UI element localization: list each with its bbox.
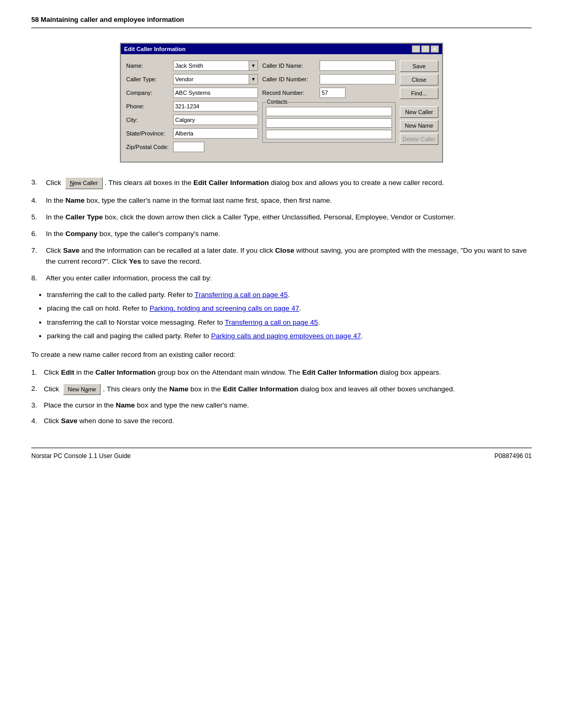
s2-step-2: 2. Click New Name. This clears only the …	[31, 384, 532, 396]
link-parking-paging[interactable]: Parking calls and paging employees on pa…	[211, 332, 361, 340]
s2-step-2-number: 2.	[31, 384, 44, 396]
s2-step-4-text: Click Save when done to save the record.	[44, 416, 532, 426]
dialog-left-column: Name: ▼ Caller Type: ▼	[126, 60, 258, 155]
step-8-number: 8.	[31, 273, 46, 283]
dialog-titlebar: Edit Caller Information _ □ ×	[121, 44, 442, 54]
city-input[interactable]	[173, 115, 258, 125]
record-number-row: Record Number:	[262, 88, 396, 98]
contacts-legend: Contacts	[266, 99, 288, 105]
step-7: 7. Click Save and the information can be…	[31, 245, 532, 267]
page-header: 58 Maintaining caller and employee infor…	[31, 16, 532, 28]
page-header-title: 58 Maintaining caller and employee infor…	[31, 16, 184, 23]
caller-id-name-input[interactable]	[320, 60, 396, 71]
step-7-number: 7.	[31, 245, 46, 267]
bullet-3: transferring the call to Norstar voice m…	[47, 317, 532, 328]
step-8: 8. After you enter caller information, p…	[31, 273, 532, 283]
s2-step-1-number: 1.	[31, 367, 44, 378]
save-button[interactable]: Save	[400, 60, 438, 72]
content-area: 3. Click New Caller. This clears all box…	[31, 177, 532, 427]
phone-input[interactable]	[173, 101, 258, 112]
maximize-button[interactable]: □	[421, 45, 430, 53]
new-name-button[interactable]: New Name	[400, 120, 438, 131]
link-transferring-1[interactable]: Transferring a call on page 45	[194, 291, 288, 299]
s2-step-4: 4. Click Save when done to save the reco…	[31, 416, 532, 426]
contacts-input-3[interactable]	[266, 130, 392, 139]
titlebar-buttons: _ □ ×	[412, 45, 439, 53]
contacts-input-1[interactable]	[266, 107, 392, 116]
caller-id-number-input[interactable]	[320, 74, 396, 84]
find-button[interactable]: Find...	[400, 88, 438, 99]
name-input-group: ▼	[173, 60, 258, 71]
zip-label: Zip/Postal Code:	[126, 144, 173, 150]
company-input[interactable]	[173, 88, 258, 98]
step-3-text: Click New Caller. This clears all boxes …	[46, 177, 532, 189]
caller-id-name-row: Caller ID Name:	[262, 60, 396, 71]
company-row: Company:	[126, 88, 258, 98]
new-caller-inline-button[interactable]: New Caller	[65, 177, 103, 189]
dialog-title: Edit Caller Information	[124, 46, 186, 52]
step-3-number: 3.	[31, 177, 46, 189]
dialog-middle-column: Caller ID Name: Caller ID Number: Record…	[262, 60, 396, 155]
s2-step-4-number: 4.	[31, 416, 44, 426]
s2-step-3-number: 3.	[31, 400, 44, 411]
edit-caller-dialog: Edit Caller Information _ □ × Name:	[120, 43, 443, 163]
step-3: 3. Click New Caller. This clears all box…	[31, 177, 532, 189]
company-label: Company:	[126, 90, 173, 96]
name-row: Name: ▼	[126, 60, 258, 71]
state-input[interactable]	[173, 128, 258, 139]
caller-type-input[interactable]	[173, 74, 249, 84]
city-row: City:	[126, 115, 258, 125]
link-parking-holding[interactable]: Parking, holding and screening calls on …	[150, 304, 299, 312]
caller-type-dropdown-arrow[interactable]: ▼	[249, 74, 258, 84]
city-label: City:	[126, 117, 173, 123]
step-4: 4. In the Name box, type the caller's na…	[31, 195, 532, 206]
link-transferring-2[interactable]: Transferring a call on page 45	[225, 318, 318, 326]
footer-right: P0887496 01	[495, 452, 532, 460]
close-x-button[interactable]: ×	[431, 45, 439, 53]
contacts-input-2[interactable]	[266, 118, 392, 128]
new-name-inline-button[interactable]: New Name	[63, 384, 101, 396]
bullet-1: transferring the call to the called part…	[47, 290, 532, 300]
s2-step-1-text: Click Edit in the Caller Information gro…	[44, 367, 532, 378]
caller-type-label: Caller Type:	[126, 76, 173, 82]
step-4-text: In the Name box, type the caller's name …	[46, 195, 532, 206]
name-dropdown-arrow[interactable]: ▼	[249, 60, 258, 71]
bullet-list: transferring the call to the called part…	[47, 290, 532, 341]
dialog-body: Name: ▼ Caller Type: ▼	[121, 54, 442, 162]
step-6-number: 6.	[31, 229, 46, 239]
s2-step-1: 1. Click Edit in the Caller Information …	[31, 367, 532, 378]
page-footer: Norstar PC Console 1.1 User Guide P08874…	[31, 448, 532, 460]
bullet-4: parking the call and paging the called p…	[47, 331, 532, 341]
step-5-number: 5.	[31, 212, 46, 223]
step-5-text: In the Caller Type box, click the down a…	[46, 212, 532, 223]
caller-type-input-group: ▼	[173, 74, 258, 84]
dialog-wrapper: Edit Caller Information _ □ × Name:	[31, 43, 532, 163]
s2-step-3-text: Place the cursor in the Name box and typ…	[44, 400, 532, 411]
minimize-button[interactable]: _	[412, 45, 420, 53]
section2-heading: To create a new name caller record from …	[31, 350, 532, 360]
step-8-text: After you enter caller information, proc…	[46, 273, 532, 283]
bullet-2: placing the call on hold. Refer to Parki…	[47, 303, 532, 314]
record-number-label: Record Number:	[262, 90, 320, 96]
zip-row: Zip/Postal Code:	[126, 142, 258, 152]
contacts-group: Contacts	[262, 102, 396, 143]
state-row: State/Province:	[126, 128, 258, 139]
phone-row: Phone:	[126, 101, 258, 112]
name-input[interactable]	[173, 60, 249, 71]
phone-label: Phone:	[126, 103, 173, 109]
s2-step-2-text: Click New Name. This clears only the Nam…	[44, 384, 532, 396]
new-caller-button[interactable]: New Caller	[400, 106, 438, 118]
name-label: Name:	[126, 63, 173, 69]
close-button[interactable]: Close	[400, 74, 438, 85]
delete-caller-button[interactable]: Delete Caller	[400, 133, 438, 145]
zip-input[interactable]	[173, 142, 204, 152]
step-6-text: In the Company box, type the caller's co…	[46, 229, 532, 239]
record-number-input[interactable]	[320, 88, 346, 98]
caller-id-name-label: Caller ID Name:	[262, 63, 320, 69]
footer-left: Norstar PC Console 1.1 User Guide	[31, 452, 131, 460]
dialog-right-column: Save Close Find... New Caller New Name D…	[400, 60, 438, 155]
step-6: 6. In the Company box, type the caller's…	[31, 229, 532, 239]
step-7-text: Click Save and the information can be re…	[46, 245, 532, 267]
caller-id-number-label: Caller ID Number:	[262, 76, 320, 82]
s2-step-3: 3. Place the cursor in the Name box and …	[31, 400, 532, 411]
